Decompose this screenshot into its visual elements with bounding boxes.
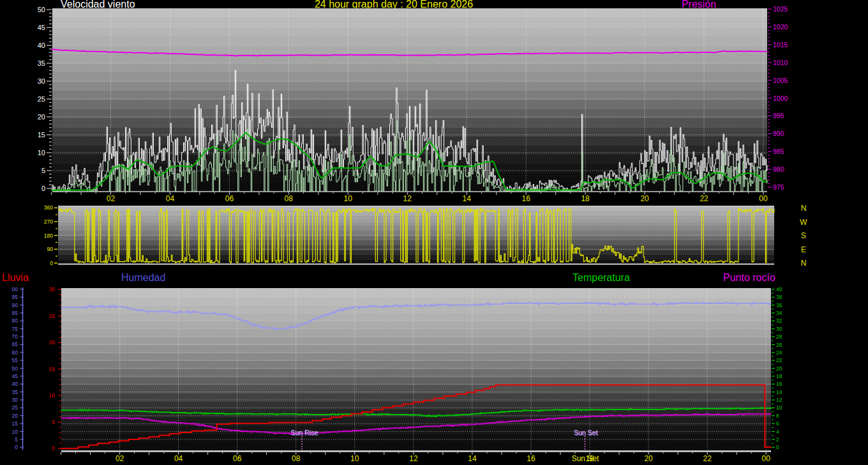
svg-text:N: N <box>801 259 807 268</box>
svg-text:0: 0 <box>776 444 779 450</box>
svg-text:24 hour graph day : 20 Enero 2: 24 hour graph day : 20 Enero 2026 <box>315 0 473 10</box>
svg-text:10: 10 <box>776 404 782 411</box>
svg-text:975: 975 <box>773 183 784 191</box>
svg-text:22: 22 <box>703 454 712 463</box>
svg-text:985: 985 <box>773 148 784 155</box>
svg-text:20: 20 <box>12 413 19 419</box>
svg-text:10: 10 <box>12 429 19 435</box>
svg-text:34: 34 <box>776 310 782 316</box>
svg-text:75: 75 <box>12 326 19 332</box>
svg-text:Presión: Presión <box>682 0 716 10</box>
svg-text:02: 02 <box>116 454 124 463</box>
svg-text:30: 30 <box>776 326 782 332</box>
svg-text:10: 10 <box>38 149 45 156</box>
svg-text:30: 30 <box>49 286 56 293</box>
svg-text:10: 10 <box>350 454 359 463</box>
svg-text:20: 20 <box>640 194 649 203</box>
svg-text:18: 18 <box>581 194 590 203</box>
svg-text:85: 85 <box>12 310 19 316</box>
svg-text:22: 22 <box>700 194 708 203</box>
svg-text:65: 65 <box>12 341 19 347</box>
svg-text:980: 980 <box>773 165 784 173</box>
svg-text:16: 16 <box>776 381 782 387</box>
svg-text:8: 8 <box>776 413 779 419</box>
svg-text:36: 36 <box>776 302 782 309</box>
svg-text:Sun Set: Sun Set <box>572 454 599 463</box>
svg-text:00: 00 <box>762 454 771 463</box>
svg-text:1025: 1025 <box>773 5 788 13</box>
svg-text:90: 90 <box>12 302 19 309</box>
svg-text:04: 04 <box>174 454 183 463</box>
svg-text:14: 14 <box>468 454 477 463</box>
svg-text:Velocidad viento: Velocidad viento <box>61 0 135 10</box>
svg-text:16: 16 <box>522 194 531 203</box>
svg-text:00: 00 <box>12 286 19 293</box>
svg-text:180: 180 <box>44 232 53 239</box>
svg-text:24: 24 <box>776 349 782 356</box>
svg-text:Sun Rise: Sun Rise <box>291 429 318 436</box>
svg-text:60: 60 <box>12 349 19 356</box>
svg-text:40: 40 <box>38 42 45 49</box>
svg-text:0: 0 <box>52 445 55 452</box>
svg-text:Punto rocío: Punto rocío <box>723 272 775 283</box>
svg-text:25: 25 <box>12 404 19 411</box>
svg-text:15: 15 <box>49 366 56 372</box>
svg-text:30: 30 <box>38 77 45 85</box>
svg-text:1020: 1020 <box>773 23 788 31</box>
svg-text:1005: 1005 <box>773 77 788 84</box>
svg-text:20: 20 <box>644 454 653 463</box>
svg-text:1000: 1000 <box>773 95 788 102</box>
svg-text:26: 26 <box>776 342 782 348</box>
svg-text:30: 30 <box>12 397 19 403</box>
svg-text:50: 50 <box>12 365 19 372</box>
svg-text:02: 02 <box>107 194 116 203</box>
svg-text:E: E <box>801 245 806 254</box>
svg-text:W: W <box>800 218 807 227</box>
svg-text:25: 25 <box>38 95 45 103</box>
svg-text:12: 12 <box>776 397 782 403</box>
svg-text:5: 5 <box>15 436 18 443</box>
svg-text:25: 25 <box>49 313 56 319</box>
svg-text:1010: 1010 <box>773 59 788 66</box>
svg-text:20: 20 <box>38 113 45 121</box>
svg-text:2: 2 <box>776 436 779 443</box>
svg-text:Humedad: Humedad <box>121 272 165 283</box>
svg-text:90: 90 <box>47 246 54 252</box>
svg-text:08: 08 <box>292 454 301 463</box>
svg-text:35: 35 <box>12 389 19 395</box>
svg-text:N: N <box>801 204 807 213</box>
svg-text:0: 0 <box>50 260 53 266</box>
svg-text:95: 95 <box>12 294 19 300</box>
svg-text:70: 70 <box>12 333 19 340</box>
svg-text:40: 40 <box>12 381 19 387</box>
svg-text:32: 32 <box>776 317 782 324</box>
svg-text:00: 00 <box>759 194 768 203</box>
svg-text:08: 08 <box>285 194 294 203</box>
svg-text:16: 16 <box>527 454 535 463</box>
svg-text:4: 4 <box>776 429 779 435</box>
svg-text:6: 6 <box>776 420 779 427</box>
svg-text:22: 22 <box>776 357 782 363</box>
svg-text:35: 35 <box>38 59 45 67</box>
svg-text:04: 04 <box>166 194 175 203</box>
svg-text:18: 18 <box>776 373 782 379</box>
svg-text:20: 20 <box>776 365 782 372</box>
svg-text:5: 5 <box>52 419 55 425</box>
svg-text:50: 50 <box>38 6 45 13</box>
svg-text:14: 14 <box>776 389 782 395</box>
svg-text:5: 5 <box>41 167 45 174</box>
svg-text:45: 45 <box>12 373 19 379</box>
svg-text:995: 995 <box>773 112 784 119</box>
svg-text:0: 0 <box>15 444 18 450</box>
svg-text:1015: 1015 <box>773 41 788 49</box>
svg-text:80: 80 <box>12 317 19 324</box>
svg-text:12: 12 <box>403 194 412 203</box>
svg-text:15: 15 <box>38 131 45 139</box>
svg-text:15: 15 <box>12 420 19 427</box>
svg-text:45: 45 <box>38 24 45 31</box>
svg-text:Temperatura: Temperatura <box>572 272 630 283</box>
svg-text:S: S <box>801 231 806 240</box>
svg-text:40: 40 <box>776 286 782 293</box>
svg-text:Lluvia: Lluvia <box>2 272 29 283</box>
svg-text:12: 12 <box>409 454 418 463</box>
